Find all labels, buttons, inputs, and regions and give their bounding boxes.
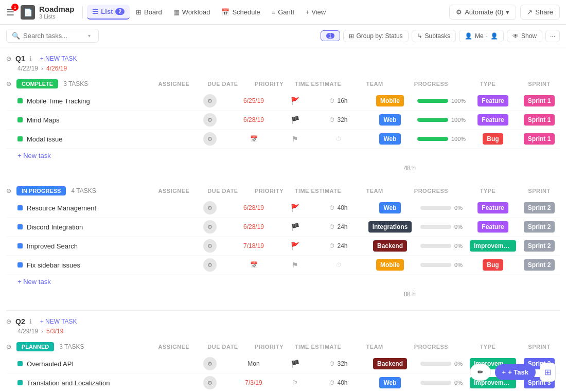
hamburger-button[interactable]: ☰ 1 [6,7,14,18]
task-time-estimate[interactable]: ⏱ [313,262,364,268]
task-due[interactable]: 6/28/19 [231,116,277,123]
table-row[interactable]: Improved Search ⚙ 7/18/19 🚩 ⏱ 24h Backen… [6,237,560,256]
task-type[interactable]: Feature [467,221,519,233]
task-team[interactable]: Mobile [364,259,416,271]
group-by-chip[interactable]: ⊞ Group by: Status [343,30,409,42]
q2-toggle-icon[interactable]: ⊖ [6,318,11,325]
task-time-estimate[interactable]: ⏱ 24h [313,223,364,230]
task-type[interactable]: Bug [467,133,519,145]
task-priority[interactable]: 🏴 [277,116,313,124]
task-sprint[interactable]: Sprint 2 [519,202,560,213]
task-sprint[interactable]: Sprint 1 [519,133,560,145]
complete-toggle-icon[interactable]: ⊖ [6,80,11,87]
task-due[interactable]: 6/25/19 [231,97,277,104]
inprogress-badge[interactable]: IN PROGRESS [16,186,66,195]
task-assignee[interactable]: ⚙ [189,132,231,146]
q1-toggle-icon[interactable]: ⊖ [6,55,11,62]
task-assignee[interactable]: ⚙ [189,220,231,234]
task-due[interactable]: 7/18/19 [231,242,277,250]
automate-button[interactable]: ⚙ Automate (0) ▾ [449,5,516,20]
tab-add-view[interactable]: + View [300,5,331,19]
task-sprint[interactable]: Sprint 2 [519,259,560,271]
task-assignee[interactable]: ⚙ [189,94,231,108]
share-button[interactable]: ↗ Share [520,5,560,20]
task-due[interactable]: 6/28/19 [231,223,277,230]
task-assignee[interactable]: ⚙ [189,239,231,253]
edit-fab-button[interactable]: ✏ [470,364,491,381]
task-team[interactable]: Web [364,202,416,213]
grid-fab-button[interactable]: ⊞ [540,363,556,382]
new-task-row[interactable]: + New task [6,275,560,289]
task-priority[interactable]: 🏳 [277,379,313,387]
table-row[interactable]: Resource Management ⚙ 6/28/19 🚩 ⏱ 40h We… [6,199,560,218]
q1-new-task-btn[interactable]: + NEW TASK [40,55,77,62]
task-team[interactable]: Web [364,133,416,145]
q2-new-task-btn[interactable]: + NEW TASK [40,318,77,325]
tab-list[interactable]: ☰ List 2 [87,5,130,20]
table-row[interactable]: Modal issue ⚙ 📅 ⚑ ⏱ Web 100% [6,130,560,149]
task-type[interactable]: Feature [467,114,519,126]
table-row[interactable]: Fix sidebar issues ⚙ 📅 ⚑ ⏱ Mobile 0% [6,256,560,275]
task-type[interactable]: Feature [467,202,519,213]
task-priority[interactable]: ⚑ [277,135,313,143]
more-button[interactable]: ··· [545,30,560,42]
task-priority[interactable]: 🏴 [277,360,313,368]
task-type[interactable]: Bug [467,259,519,271]
task-due[interactable]: 6/28/19 [231,204,277,211]
task-sprint[interactable]: Sprint 2 [519,240,560,252]
table-row[interactable]: Discord Integration ⚙ 6/28/19 🏴 ⏱ 24h In… [6,218,560,237]
search-dropdown-icon[interactable]: ▾ [88,33,91,39]
task-assignee[interactable]: ⚙ [189,258,231,272]
task-sprint[interactable]: Sprint 2 [519,221,560,233]
task-time-estimate[interactable]: ⏱ 40h [313,379,364,386]
task-team[interactable]: Mobile [364,95,416,106]
table-row[interactable]: Mobile Time Tracking ⚙ 6/25/19 🚩 ⏱ 16h M… [6,92,560,111]
tab-workload[interactable]: ▦ Workload [168,5,216,19]
task-type[interactable]: Feature [467,95,519,106]
task-team[interactable]: Integrations [364,221,416,233]
task-time-estimate[interactable]: ⏱ [313,136,364,142]
task-sprint[interactable]: Sprint 1 [519,95,560,106]
new-task-row[interactable]: + New task [6,149,560,163]
task-due[interactable]: 📅 [231,261,277,269]
task-due[interactable]: 📅 [231,135,277,142]
task-assignee[interactable]: ⚙ [189,201,231,215]
filter-chip[interactable]: 1 [321,30,340,41]
table-row[interactable]: Mind Maps ⚙ 6/28/19 🏴 ⏱ 32h Web [6,111,560,130]
search-input[interactable] [23,32,85,40]
task-time-estimate[interactable]: ⏱ 16h [313,97,364,104]
sprint-badge: Sprint 2 [524,259,555,271]
task-due[interactable]: 7/3/19 [231,379,277,386]
task-priority[interactable]: 🏴 [277,223,313,231]
subtasks-chip[interactable]: ↳ Subtasks [412,30,456,42]
task-assignee[interactable]: ⚙ [189,376,231,389]
task-time-estimate[interactable]: ⏱ 32h [313,116,364,123]
task-priority[interactable]: 🚩 [277,204,313,212]
task-due[interactable]: Mon [231,360,277,367]
inprogress-toggle-icon[interactable]: ⊖ [6,187,11,194]
task-team[interactable]: Backend [364,240,416,252]
task-priority[interactable]: 🚩 [277,97,313,105]
task-team[interactable]: Web [364,377,416,388]
task-sprint[interactable]: Sprint 1 [519,114,560,126]
tab-board[interactable]: ⊞ Board [131,5,167,19]
task-assignee[interactable]: ⚙ [189,357,231,370]
complete-badge[interactable]: COMPLETE [16,79,58,88]
task-team[interactable]: Web [364,114,416,126]
add-task-fab-button[interactable]: + + Task [495,364,536,380]
task-type[interactable]: Improveme... [467,240,519,252]
task-assignee[interactable]: ⚙ [189,113,231,127]
planned-badge[interactable]: PLANNED [16,342,54,351]
tab-schedule[interactable]: 📅 Schedule [216,5,265,19]
task-team[interactable]: Backend [364,358,416,369]
tab-gantt[interactable]: ≡ Gantt [267,5,299,19]
task-priority[interactable]: ⚑ [277,261,313,269]
task-time-estimate[interactable]: ⏱ 40h [313,204,364,211]
me-chip[interactable]: 👤 Me · 👤 [459,30,504,42]
planned-toggle-icon[interactable]: ⊖ [6,343,11,350]
task-priority[interactable]: 🚩 [277,242,313,250]
task-time-estimate[interactable]: ⏱ 24h [313,242,364,250]
show-chip[interactable]: 👁 Show [507,30,542,42]
search-box[interactable]: 🔍 ▾ [6,29,99,43]
task-time-estimate[interactable]: ⏱ 32h [313,360,364,367]
